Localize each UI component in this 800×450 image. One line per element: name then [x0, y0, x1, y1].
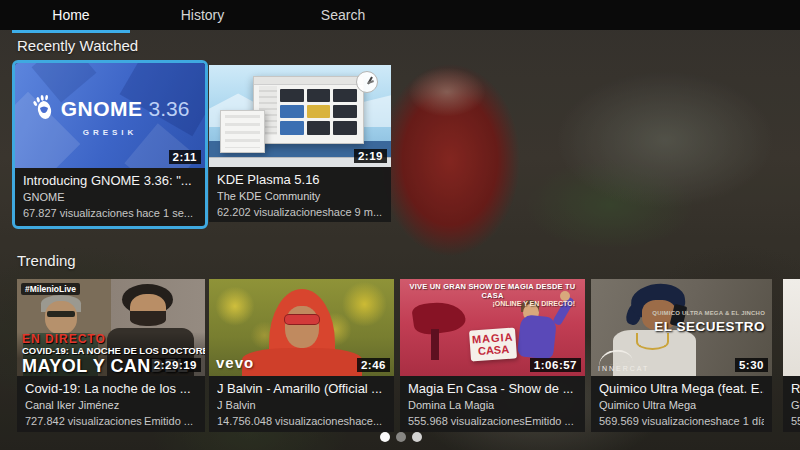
- magia-casa-logo: MAGIA CASA: [469, 328, 517, 362]
- thumbnail-top-text: VIVE UN GRAN SHOW DE MAGIA DESDE TU CASA: [400, 282, 585, 300]
- duration-badge: 2:11: [169, 150, 201, 164]
- video-card-quimico-ultra-mega[interactable]: QUIMICO ULTRA MEGA & EL JINCHO EL SECUES…: [591, 279, 772, 432]
- video-views: 14.756.048 visualizaciones: [217, 415, 349, 427]
- video-title: Quimico Ultra Mega (feat. E...: [599, 381, 764, 396]
- video-views: 55: [791, 415, 800, 427]
- video-channel: GNOME: [23, 191, 197, 203]
- video-card-magia-en-casa[interactable]: VIVE UN GRAN SHOW DE MAGIA DESDE TU CASA…: [400, 279, 585, 432]
- video-views: 62.202 visualizaciones: [217, 206, 328, 218]
- pagination-dot[interactable]: [412, 432, 422, 442]
- video-title: Re: [791, 381, 800, 396]
- video-card-covid19[interactable]: #MilenioLive EN DIRECTO COVID-19: LA NOC…: [17, 279, 205, 432]
- pagination-dot[interactable]: [380, 432, 390, 442]
- video-stats: 727.842 visualizaciones Emitido ...: [25, 415, 197, 427]
- innercat-logo: INNERCAT: [598, 350, 649, 372]
- video-title: J Balvin - Amarillo (Official ...: [217, 381, 386, 396]
- video-stats: 555.968 visualizaciones Emitido ...: [408, 415, 577, 427]
- video-channel: Quimico Ultra Mega: [599, 399, 764, 411]
- duration-badge: 2:19: [354, 149, 387, 163]
- video-views: 569.569 visualizaciones: [599, 415, 716, 427]
- video-stats: 55: [791, 415, 800, 427]
- video-views: 555.968 visualizaciones: [408, 415, 525, 427]
- duration-badge: 2:46: [357, 358, 390, 372]
- vevo-logo: vevo: [216, 354, 254, 371]
- tab-home[interactable]: Home: [12, 0, 130, 30]
- video-channel: Go: [791, 399, 800, 411]
- video-channel: Domina La Magia: [408, 399, 577, 411]
- video-views: 67.827 visualizaciones: [23, 207, 134, 219]
- clock-widget-icon: [356, 71, 378, 93]
- video-card-gnome[interactable]: GNOME 3.36 GRESIK 2:11 Introducing GNOME…: [12, 60, 208, 229]
- active-tab-underline: [12, 30, 130, 33]
- video-thumbnail: 2:19: [209, 65, 391, 167]
- thumbnail-song-title: EL SECUESTRO: [654, 319, 765, 334]
- duration-badge: 2:29:19: [150, 358, 201, 372]
- video-age: Emitido ...: [525, 415, 574, 427]
- section-title-trending: Trending: [17, 252, 76, 269]
- top-navigation: Home History Search: [0, 0, 800, 30]
- gnome-version-text: 3.36: [148, 97, 189, 121]
- video-channel: The KDE Community: [217, 190, 383, 202]
- video-stats: 14.756.048 visualizaciones hace...: [217, 415, 386, 427]
- video-age: hace 1 se...: [136, 207, 193, 219]
- app-window: Home History Search Recently Watched: [0, 0, 800, 450]
- pagination-dot[interactable]: [396, 432, 406, 442]
- video-channel: J Balvin: [217, 399, 386, 411]
- video-title: Magia En Casa - Show de ...: [408, 381, 577, 396]
- video-thumbnail: vevo 2:46: [209, 279, 394, 376]
- video-age: Emitido ...: [144, 415, 193, 427]
- video-thumbnail: QUIMICO ULTRA MEGA & EL JINCHO EL SECUES…: [591, 279, 772, 376]
- video-age: hace...: [349, 415, 382, 427]
- thumbnail-artists-text: QUIMICO ULTRA MEGA & EL JINCHO: [652, 310, 765, 316]
- video-thumbnail: VIVE UN GRAN SHOW DE MAGIA DESDE TU CASA…: [400, 279, 585, 376]
- video-age: hace 9 m...: [328, 206, 382, 218]
- video-stats: 67.827 visualizaciones hace 1 se...: [23, 207, 197, 219]
- video-channel: Canal Iker Jiménez: [25, 399, 197, 411]
- tab-search[interactable]: Search: [287, 0, 399, 30]
- video-thumbnail: #MilenioLive EN DIRECTO COVID-19: LA NOC…: [17, 279, 205, 376]
- video-stats: 569.569 visualizaciones hace 1 día: [599, 415, 764, 427]
- gnome-brand-text: GNOME: [61, 97, 143, 121]
- video-thumbnail: GNOME 3.36 GRESIK 2:11: [15, 63, 205, 168]
- video-card-jbalvin-amarillo[interactable]: vevo 2:46 J Balvin - Amarillo (Official …: [209, 279, 394, 432]
- video-card-partial[interactable]: Re Go 55: [783, 279, 800, 432]
- video-thumbnail: [783, 279, 800, 376]
- video-title: Covid-19: La noche de los ...: [25, 381, 197, 396]
- video-stats: 62.202 visualizaciones hace 9 m...: [217, 206, 383, 218]
- duration-badge: 5:30: [735, 358, 768, 372]
- milenio-live-badge: #MilenioLive: [21, 283, 80, 295]
- gnome-logo-icon: [31, 94, 55, 124]
- pagination-dots: [380, 432, 422, 442]
- magic-table-figure: [411, 299, 467, 337]
- video-title: KDE Plasma 5.16: [217, 172, 383, 187]
- video-age: hace 1 día: [716, 415, 764, 427]
- video-title: Introducing GNOME 3.36: "...: [23, 173, 197, 188]
- video-card-kde-plasma[interactable]: 2:19 KDE Plasma 5.16 The KDE Community 6…: [209, 65, 391, 222]
- video-views: 727.842 visualizaciones: [25, 415, 142, 427]
- kde-menu-window: [220, 110, 266, 153]
- kde-settings-window: [253, 76, 364, 143]
- section-title-recently-watched: Recently Watched: [17, 37, 138, 54]
- thumbnail-sub-text: ¡ONLINE Y EN DIRECTO!: [493, 300, 575, 307]
- tab-history[interactable]: History: [145, 0, 260, 30]
- gnome-tagline-text: GRESIK: [83, 128, 138, 137]
- duration-badge: 1:06:57: [530, 358, 581, 372]
